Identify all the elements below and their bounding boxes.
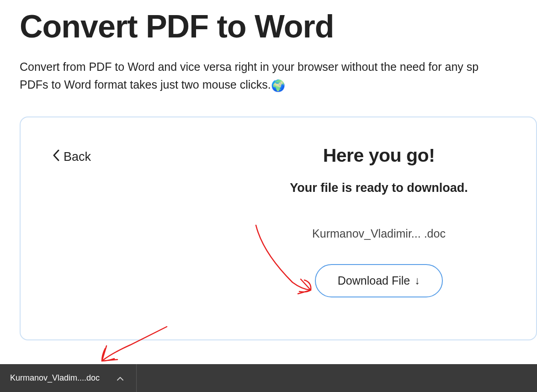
globe-icon: 🌍 bbox=[271, 79, 285, 92]
page-title: Convert PDF to Word bbox=[20, 9, 537, 44]
download-arrow-icon: ↓ bbox=[415, 274, 420, 287]
back-label: Back bbox=[64, 150, 91, 164]
page-description: Convert from PDF to Word and vice versa … bbox=[20, 58, 537, 95]
chevron-left-icon bbox=[53, 149, 60, 164]
download-item-filename: Kurmanov_Vladim....doc bbox=[10, 373, 100, 383]
result-area: Here you go! Your file is ready to downl… bbox=[219, 145, 537, 297]
downloads-bar: Kurmanov_Vladim....doc bbox=[0, 364, 537, 392]
download-label: Download File bbox=[338, 274, 410, 287]
result-subtitle: Your file is ready to download. bbox=[219, 181, 537, 195]
converter-card: Back Here you go! Your file is ready to … bbox=[20, 117, 537, 340]
chevron-up-icon[interactable] bbox=[117, 375, 123, 382]
download-item[interactable]: Kurmanov_Vladim....doc bbox=[0, 364, 137, 392]
description-line-1: Convert from PDF to Word and vice versa … bbox=[20, 60, 479, 73]
file-name: Kurmanov_Vladimir... .doc bbox=[219, 227, 537, 240]
back-button[interactable]: Back bbox=[53, 149, 91, 164]
description-line-2: PDFs to Word format takes just two mouse… bbox=[20, 78, 271, 91]
download-file-button[interactable]: Download File ↓ bbox=[315, 264, 443, 297]
result-title: Here you go! bbox=[219, 145, 537, 166]
